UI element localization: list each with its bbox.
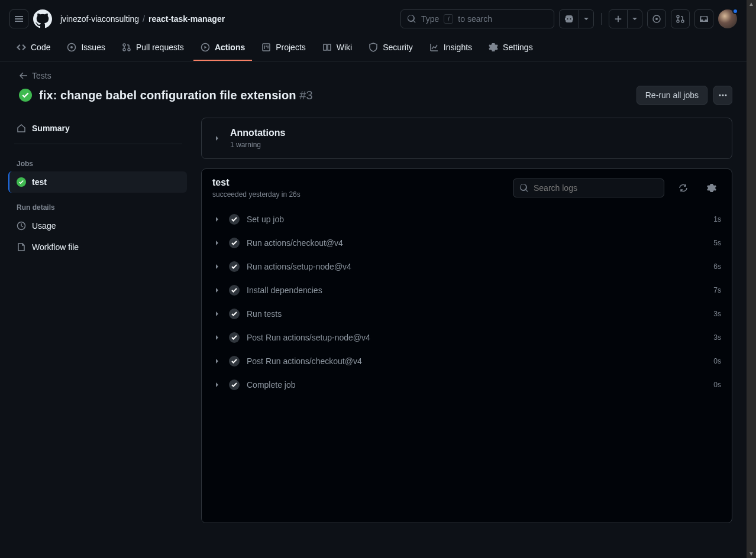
pull-requests-tray-button[interactable]	[671, 9, 690, 28]
job-status-text: succeeded yesterday in 26s	[212, 190, 301, 199]
usage-link[interactable]: Usage	[9, 215, 187, 236]
job-link-test[interactable]: test	[8, 171, 187, 193]
breadcrumb-separator: /	[143, 14, 145, 24]
chevron-right-icon	[212, 216, 222, 223]
step-duration: 0s	[713, 357, 721, 365]
global-search[interactable]: Type / to search	[400, 9, 554, 28]
step-duration: 6s	[713, 262, 721, 271]
github-logo[interactable]	[33, 9, 52, 28]
step-row[interactable]: Post Run actions/setup-node@v43s	[202, 326, 732, 349]
check-icon	[229, 285, 240, 296]
nav-insights[interactable]: Insights	[422, 35, 479, 61]
nav-code[interactable]: Code	[9, 35, 57, 61]
workflow-file-label: Workflow file	[32, 242, 79, 252]
step-name: Run actions/checkout@v4	[247, 238, 343, 248]
chevron-right-icon	[212, 263, 222, 270]
pull-request-icon	[676, 14, 685, 24]
chevron-right-icon	[212, 381, 222, 388]
caret-down-icon	[632, 17, 637, 21]
kebab-icon	[718, 90, 728, 100]
step-row[interactable]: Run actions/setup-node@v46s	[202, 255, 732, 278]
add-dropdown[interactable]	[609, 9, 642, 28]
nav-settings[interactable]: Settings	[482, 35, 540, 61]
file-icon	[17, 242, 26, 252]
run-status-icon	[19, 89, 32, 102]
graph-icon	[429, 43, 439, 52]
run-menu-button[interactable]	[713, 86, 732, 105]
step-row[interactable]: Run tests3s	[202, 302, 732, 326]
chevron-right-icon	[212, 287, 222, 294]
shield-icon	[369, 43, 378, 52]
pullrequest-icon	[122, 43, 131, 52]
job-title: test	[212, 177, 301, 188]
step-name: Install dependencies	[247, 286, 322, 295]
step-duration: 5s	[713, 239, 721, 247]
step-row[interactable]: Post Run actions/checkout@v40s	[202, 349, 732, 373]
play-icon	[201, 43, 210, 52]
copilot-dropdown[interactable]	[559, 9, 594, 28]
nav-issues[interactable]: Issues	[60, 35, 112, 61]
repo-breadcrumb: jvinezof-viaconsulting / react-task-mana…	[60, 14, 225, 24]
check-icon	[229, 238, 240, 248]
step-name: Post Run actions/setup-node@v4	[247, 333, 370, 342]
step-name: Post Run actions/checkout@v4	[247, 356, 362, 366]
workflow-file-link[interactable]: Workflow file	[9, 236, 187, 258]
step-name: Set up job	[247, 215, 284, 224]
gear-icon	[707, 183, 716, 193]
step-row[interactable]: Complete job0s	[202, 373, 732, 397]
issue-icon	[67, 43, 76, 52]
copilot-button[interactable]	[560, 10, 579, 28]
run-number: #3	[299, 89, 312, 102]
copilot-caret[interactable]	[579, 10, 593, 28]
nav-actions[interactable]: Actions	[193, 35, 252, 61]
step-name: Run actions/setup-node@v4	[247, 262, 351, 271]
nav-pull-requests[interactable]: Pull requests	[115, 35, 191, 61]
add-button[interactable]	[609, 10, 627, 28]
gear-icon	[489, 43, 498, 52]
nav-security[interactable]: Security	[361, 35, 420, 61]
check-icon	[229, 309, 240, 319]
log-search[interactable]	[513, 179, 664, 197]
search-icon	[519, 183, 529, 193]
check-icon	[229, 261, 240, 272]
step-duration: 1s	[713, 215, 721, 223]
dot-circle-icon	[652, 14, 661, 24]
notifications-button[interactable]	[694, 9, 713, 28]
summary-label: Summary	[32, 124, 70, 133]
copilot-icon	[564, 14, 574, 24]
wiki-icon	[322, 43, 332, 52]
plus-icon	[614, 15, 622, 23]
summary-link[interactable]: Summary	[9, 118, 187, 139]
owner-link[interactable]: jvinezof-viaconsulting	[60, 14, 139, 24]
issues-tray-button[interactable]	[647, 9, 666, 28]
annotations-subtitle: 1 warning	[230, 141, 285, 149]
step-row[interactable]: Set up job1s	[202, 207, 732, 231]
nav-wiki[interactable]: Wiki	[315, 35, 359, 61]
chevron-right-icon	[212, 358, 222, 365]
annotations-title: Annotations	[230, 128, 285, 138]
nav-projects[interactable]: Projects	[254, 35, 313, 61]
caret-down-icon	[584, 17, 589, 21]
global-nav-menu-button[interactable]	[9, 9, 28, 28]
chevron-right-icon	[212, 310, 222, 317]
scrollbar[interactable]: ▲ ▼	[747, 0, 756, 558]
log-settings-button[interactable]	[702, 179, 721, 197]
step-row[interactable]: Install dependencies7s	[202, 278, 732, 302]
search-icon	[407, 14, 416, 24]
annotations-card[interactable]: Annotations 1 warning	[201, 118, 732, 159]
log-search-input[interactable]	[534, 183, 658, 193]
check-icon	[229, 379, 240, 390]
repo-link[interactable]: react-task-manager	[148, 14, 225, 24]
code-icon	[17, 43, 26, 52]
re-run-all-jobs-button[interactable]: Re-run all jobs	[637, 86, 707, 105]
job-name: test	[32, 177, 47, 187]
back-to-workflow-link[interactable]: Tests	[19, 71, 51, 80]
add-caret[interactable]	[627, 10, 642, 28]
step-row[interactable]: Run actions/checkout@v45s	[202, 231, 732, 255]
check-icon	[229, 332, 240, 343]
step-duration: 7s	[713, 286, 721, 294]
search-placeholder-pre: Type	[421, 14, 439, 24]
chevron-right-icon	[212, 239, 222, 246]
reload-logs-button[interactable]	[674, 179, 693, 197]
user-avatar[interactable]	[718, 9, 737, 28]
